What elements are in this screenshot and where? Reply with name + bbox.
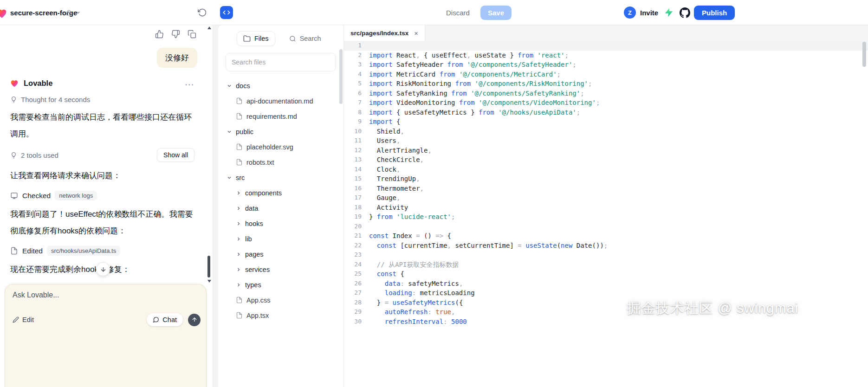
code-line-12[interactable]: 12 AlertTriangle, xyxy=(344,146,868,155)
publish-button[interactable]: Publish xyxy=(694,6,735,20)
code-line-7[interactable]: 7import VideoMonitoring from '@/componen… xyxy=(344,98,868,108)
scrollbar-thumb[interactable] xyxy=(207,256,210,277)
scrollbar-up-arrow[interactable] xyxy=(207,26,211,29)
code-line-11[interactable]: 11 Users, xyxy=(344,136,868,146)
supabase-icon[interactable] xyxy=(664,0,674,25)
edited-row-cutoff[interactable]: Edited src/hooks/useApiData.ts xyxy=(0,278,207,284)
code-line-19[interactable]: 19} from 'lucide-react'; xyxy=(344,212,868,222)
checked-label: Checked xyxy=(22,192,51,200)
code-line-4[interactable]: 4import MetricCard from '@/components/Me… xyxy=(344,70,868,79)
tree-folder-src[interactable]: src xyxy=(218,170,343,185)
tree-folder-data[interactable]: data xyxy=(218,200,343,216)
tab-files[interactable]: Files xyxy=(237,31,275,46)
code-line-13[interactable]: 13 CheckCircle, xyxy=(344,155,868,165)
file-tree: docsapi-documentation.mdrequirements.mdp… xyxy=(218,74,343,323)
chat-scrollbar[interactable] xyxy=(207,26,212,284)
code-line-15[interactable]: 15 TrendingUp, xyxy=(344,174,868,184)
github-icon[interactable] xyxy=(680,0,690,25)
send-button[interactable] xyxy=(188,314,201,326)
tree-folder-hooks[interactable]: hooks xyxy=(218,216,343,231)
message-actions xyxy=(0,25,207,39)
code-line-20[interactable]: 20 xyxy=(344,222,868,232)
tree-folder-services[interactable]: services xyxy=(218,262,343,277)
code-line-23[interactable]: 23 xyxy=(344,250,868,260)
code-line-3[interactable]: 3import SafetyHeader from '@/components/… xyxy=(344,60,868,70)
tree-label: robots.txt xyxy=(246,159,274,166)
tree-folder-lib[interactable]: lib xyxy=(218,231,343,246)
editor-tab-title: src/pages/Index.tsx xyxy=(350,30,408,37)
discard-button[interactable]: Discard xyxy=(446,0,470,25)
show-all-button[interactable]: Show all xyxy=(157,148,194,162)
scrollbar-down-arrow[interactable] xyxy=(207,280,211,283)
thumbs-up-button[interactable] xyxy=(155,30,164,39)
lovable-logo-icon xyxy=(0,6,8,19)
topbar: secure-screen-forge Discard Save Z Invit… xyxy=(0,0,868,25)
code-line-24[interactable]: 24 // 从API获取安全指标数据 xyxy=(344,260,868,270)
code-line-25[interactable]: 25 const { xyxy=(344,269,868,279)
tree-file-placeholder.svg[interactable]: placeholder.svg xyxy=(218,139,343,155)
scroll-to-bottom-button[interactable] xyxy=(96,262,110,276)
thought-row[interactable]: Thought for 4 seconds xyxy=(0,88,207,103)
tree-file-App.css[interactable]: App.css xyxy=(218,292,343,308)
chevron-down-icon[interactable] xyxy=(75,0,81,25)
code-line-28[interactable]: 28 } = useSafetyMetrics({ xyxy=(344,298,868,308)
code-line-9[interactable]: 9import { xyxy=(344,117,868,127)
tree-file-robots.txt[interactable]: robots.txt xyxy=(218,155,343,170)
code-area[interactable]: 12import React, { useEffect, useState } … xyxy=(344,41,868,387)
tree-file-App.tsx[interactable]: App.tsx xyxy=(218,308,343,323)
close-icon[interactable]: × xyxy=(414,29,418,37)
chat-mode-toggle[interactable]: Chat xyxy=(147,313,183,326)
edit-mode-toggle[interactable]: Edit xyxy=(13,316,34,323)
code-line-27[interactable]: 27 loading: metricsLoading xyxy=(344,288,868,298)
code-line-26[interactable]: 26 data: safetyMetrics, xyxy=(344,279,868,289)
thumbs-down-button[interactable] xyxy=(171,30,180,39)
code-line-6[interactable]: 6import SafetyRanking from '@/components… xyxy=(344,89,868,98)
code-line-29[interactable]: 29 autoRefresh: true, xyxy=(344,307,868,317)
thought-label: Thought for 4 seconds xyxy=(21,96,90,103)
explorer-scrollbar-thumb[interactable] xyxy=(339,49,343,104)
checked-row[interactable]: Checked network logs xyxy=(0,184,207,200)
tree-folder-components[interactable]: components xyxy=(218,185,343,200)
code-line-18[interactable]: 18 Activity xyxy=(344,203,868,213)
tab-search[interactable]: Search xyxy=(289,35,321,42)
code-line-16[interactable]: 16 Thermometer, xyxy=(344,184,868,194)
history-button[interactable] xyxy=(198,0,207,25)
code-line-30[interactable]: 30 refreshInterval: 5000 xyxy=(344,317,868,327)
tree-label: docs xyxy=(236,82,250,90)
code-line-5[interactable]: 5import RiskMonitoring from '@/component… xyxy=(344,79,868,89)
message-menu-button[interactable]: ... xyxy=(185,78,194,88)
invite-button[interactable]: Z Invite xyxy=(624,0,658,25)
tree-folder-public[interactable]: public xyxy=(218,124,343,139)
code-line-21[interactable]: 21const Index = () => { xyxy=(344,231,868,241)
code-line-10[interactable]: 10 Shield, xyxy=(344,127,868,136)
code-line-22[interactable]: 22 const [currentTime, setCurrentTime] =… xyxy=(344,241,868,251)
file-explorer: Files Search docsapi-documentation.mdreq… xyxy=(218,25,343,387)
code-line-14[interactable]: 14 Clock, xyxy=(344,165,868,174)
chat-input-toolbar: Edit Chat xyxy=(13,313,201,326)
tree-label: src xyxy=(236,174,245,181)
save-button[interactable]: Save xyxy=(480,6,512,20)
code-line-17[interactable]: 17 Gauge, xyxy=(344,193,868,203)
code-line-2[interactable]: 2import React, { useEffect, useState } f… xyxy=(344,51,868,60)
editor-scrollbar-thumb[interactable] xyxy=(862,42,866,67)
editor-tab-active[interactable]: src/pages/Index.tsx × xyxy=(344,25,425,41)
code-line-1[interactable]: 1 xyxy=(344,41,868,51)
tree-folder-docs[interactable]: docs xyxy=(218,78,343,93)
chat-input[interactable] xyxy=(13,291,199,299)
copy-button[interactable] xyxy=(188,30,196,39)
tree-file-requirements.md[interactable]: requirements.md xyxy=(218,109,343,124)
checked-badge: network logs xyxy=(55,191,97,200)
tree-folder-types[interactable]: types xyxy=(218,277,343,292)
edit-label: Edit xyxy=(22,316,34,323)
tree-file-api-documentation.md[interactable]: api-documentation.md xyxy=(218,93,343,109)
search-files-input[interactable] xyxy=(226,53,336,71)
code-view-button[interactable] xyxy=(220,6,233,19)
code-line-8[interactable]: 8import { useSafetyMetrics } from '@/hoo… xyxy=(344,108,868,117)
network-check-icon xyxy=(10,192,18,200)
tree-folder-pages[interactable]: pages xyxy=(218,246,343,262)
pencil-icon xyxy=(13,316,19,323)
lovable-heart-icon xyxy=(9,78,19,88)
invite-label: Invite xyxy=(640,9,658,17)
code-lines: 12import React, { useEffect, useState } … xyxy=(344,41,868,326)
edited-row[interactable]: Edited src/hooks/useApiData.ts xyxy=(0,239,207,256)
